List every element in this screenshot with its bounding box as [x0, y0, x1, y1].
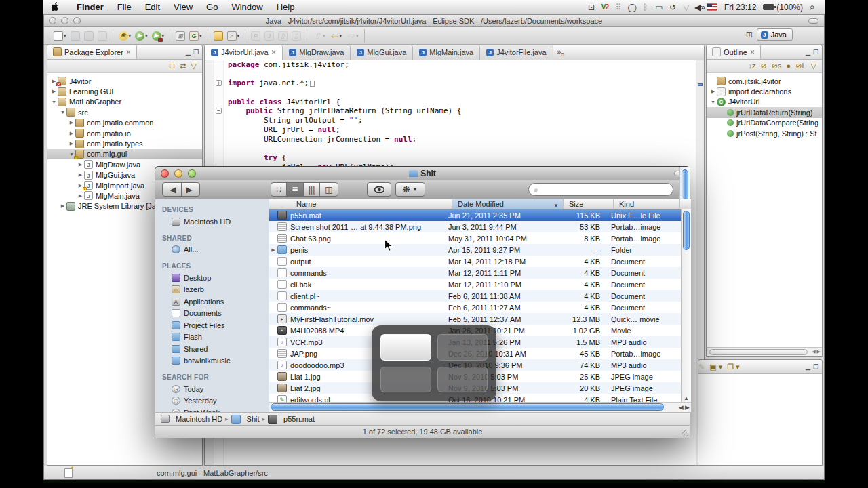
tab-mlgdraw-java[interactable]: JMlgDraw.java: [283, 45, 351, 60]
tree-item-matlabgrapher[interactable]: ▼MatLabGrapher: [47, 97, 202, 107]
close-icon[interactable]: ✕: [750, 49, 755, 56]
disclosure-triangle-icon[interactable]: ▶: [68, 120, 75, 125]
time-machine-icon[interactable]: ↺: [666, 3, 679, 12]
disclosure-triangle-icon[interactable]: ▶: [50, 89, 58, 94]
file-row-penis[interactable]: ▶penisApr 15, 2011 9:27 PM--Folder: [269, 244, 691, 256]
column-view-button[interactable]: |||: [304, 183, 320, 196]
hide-local-button[interactable]: ⊘L: [795, 62, 806, 70]
tree-item-j4vitorurl[interactable]: ▼CJ4vitorUrl: [707, 97, 822, 107]
menu-file[interactable]: File: [111, 2, 138, 12]
wifi-icon[interactable]: ▽: [679, 3, 693, 12]
file-row-myfirstflashtutorial-mov[interactable]: ▸MyFirstFlashTutorial.movFeb 5, 2011 12:…: [269, 313, 691, 325]
minimize-icon[interactable]: ▁: [186, 49, 191, 56]
dropdown-caret-icon[interactable]: ▾: [64, 33, 66, 39]
maximize-icon[interactable]: ❒: [813, 49, 818, 56]
tab-package-explorer[interactable]: Package Explorer ✕: [47, 45, 137, 59]
sidebar-item-today[interactable]: ◷Today: [155, 383, 269, 395]
dropdown-caret-icon[interactable]: ▾: [129, 33, 132, 39]
list-view-button[interactable]: ≣: [287, 183, 304, 196]
run-button[interactable]: ▶▾: [151, 30, 166, 41]
file-row-chat-63-png[interactable]: Chat 63.pngMay 31, 2011 10:04 PM8 KBPort…: [269, 232, 691, 244]
menu-help[interactable]: Help: [270, 2, 302, 12]
hscroll-arrows[interactable]: ◀ ▶: [679, 404, 690, 411]
sidebar-item-applications[interactable]: AApplications: [155, 296, 269, 308]
tree-item-com-jmatio-types[interactable]: ▶com.jmatio.types: [47, 138, 202, 148]
disclosure-triangle-icon[interactable]: ▶: [68, 141, 75, 146]
tree-item-jrurldatareturn-string[interactable]: jrUrlDataReturn(String): [707, 107, 822, 117]
menu-clock[interactable]: Fri 23:12: [720, 3, 760, 12]
list-scroll-thumb[interactable]: [683, 211, 690, 250]
back-button[interactable]: ◀: [165, 183, 181, 196]
tree-item-com-jmatio-common[interactable]: ▶com.jmatio.common: [47, 118, 202, 128]
external-tools-button[interactable]: ✱▾: [117, 30, 133, 41]
disclosure-triangle-icon[interactable]: ▶: [77, 193, 84, 199]
maximize-icon[interactable]: ❒: [193, 49, 199, 56]
eclipse-toolbar-toggle[interactable]: [808, 18, 818, 24]
tab-outline[interactable]: Outline ✕: [707, 45, 761, 59]
sidebar-item-past-week[interactable]: ◷Past Week: [155, 407, 269, 412]
sidebar-item-documents[interactable]: Documents: [155, 308, 269, 320]
link-editor-button[interactable]: ⇄: [180, 62, 186, 70]
list-vscrollbar[interactable]: ▲▼: [681, 209, 691, 412]
collapse-all-button[interactable]: ⊟: [169, 62, 175, 70]
sidebar-item-yesterday[interactable]: ◷Yesterday: [155, 395, 269, 407]
minimize-icon[interactable]: ▁: [806, 49, 810, 56]
apple-menu[interactable]: [52, 2, 60, 12]
tab-overflow-indicator[interactable]: »5: [553, 47, 569, 58]
open-type-button[interactable]: [212, 30, 224, 41]
disclosure-triangle-icon[interactable]: ▶: [269, 247, 277, 253]
disclosure-triangle-icon[interactable]: ▼: [59, 110, 66, 115]
view-menu-button[interactable]: ▽: [191, 62, 197, 70]
sidebar-item-desktop[interactable]: Desktop: [155, 272, 269, 284]
disclosure-triangle-icon[interactable]: ▼: [50, 100, 58, 104]
tree-item-import-declarations[interactable]: ▶import declarations: [707, 86, 822, 96]
file-row-output[interactable]: outputMar 14, 2011 12:18 PM4 KBDocument: [269, 256, 691, 267]
volume-icon[interactable]: ◀»: [693, 3, 707, 12]
outline-hscrollbar[interactable]: ◀▶: [707, 347, 822, 356]
new-view-button[interactable]: ❐ ▾: [727, 363, 739, 371]
public-only-button[interactable]: ●: [787, 62, 791, 70]
search-button[interactable]: ⌕▾: [226, 30, 241, 41]
fold-expand-icon[interactable]: +: [216, 80, 222, 86]
file-row-commands[interactable]: commandsMar 12, 2011 1:11 PM4 KBDocument: [269, 267, 691, 279]
close-icon[interactable]: ✕: [126, 49, 132, 56]
close-icon[interactable]: ✕: [271, 49, 277, 56]
file-row-commands[interactable]: commands~Feb 6, 2011 11:27 AM4 KBDocumen…: [269, 302, 691, 313]
column-header-name[interactable]: Name: [269, 199, 452, 209]
menu-finder[interactable]: Finder: [70, 2, 111, 12]
column-header-kind[interactable]: Kind: [614, 199, 680, 209]
disclosure-triangle-icon[interactable]: ▶: [59, 203, 66, 209]
hide-fields-button[interactable]: ⊘: [761, 62, 767, 70]
bluetooth-icon[interactable]: ᛒ: [639, 3, 652, 12]
icon-view-button[interactable]: ∷: [271, 183, 287, 196]
debug-button[interactable]: ▶▾: [134, 30, 149, 41]
resize-grip[interactable]: [682, 430, 688, 436]
file-row-screen-shot-2011-at-9-44-38-pm-png[interactable]: Screen shot 2011-… at 9.44.38 PM.pngJun …: [269, 221, 691, 232]
fold-collapse-icon[interactable]: −: [216, 108, 222, 114]
sidebar-item-flash[interactable]: Flash: [155, 331, 269, 344]
new-plugin-button[interactable]: ⊞: [174, 30, 186, 41]
sidebar-item-lazerb[interactable]: ⌂lazerb: [155, 284, 269, 296]
input-flag-icon[interactable]: [707, 3, 717, 11]
disclosure-triangle-icon[interactable]: ▶: [77, 162, 84, 167]
collapsed-region-icon[interactable]: [310, 81, 315, 87]
refresh-button[interactable]: G▾: [188, 30, 203, 41]
file-row-p55n-mat[interactable]: p55n.matJun 21, 2011 2:35 PM115 KBUnix E…: [269, 209, 691, 221]
tab-mlggui-java[interactable]: JMlgGui.java: [351, 45, 413, 60]
disclosure-triangle-icon[interactable]: ▶: [709, 89, 717, 94]
maximize-icon[interactable]: ❒: [813, 363, 818, 370]
column-header-date-modified[interactable]: Date Modified▼: [452, 199, 564, 209]
tree-item-com-mlg-gui[interactable]: ▼!com.mlg.gui: [47, 149, 202, 159]
dropdown-caret-icon[interactable]: ▾: [323, 33, 326, 39]
tree-item-com-jitsik-j4vitor[interactable]: com.jitsik.j4vitor: [707, 76, 822, 86]
sidebar-item-all[interactable]: All...: [155, 244, 269, 256]
path-item-p55n-mat[interactable]: p55n.mat: [268, 415, 315, 424]
dropdown-caret-icon[interactable]: ▾: [356, 33, 359, 39]
view-menu-button[interactable]: ▽: [811, 62, 816, 70]
tab-j4vitorurl-java[interactable]: JJ4vitorUrl.java✕: [205, 45, 283, 60]
tree-item-jrpost-string-string-st[interactable]: jrPost(String, String) : St: [707, 128, 822, 138]
back-button[interactable]: ⇦▾: [328, 30, 344, 41]
open-perspective-button[interactable]: ⊞: [746, 30, 753, 39]
tree-item-learning-gui[interactable]: ▶Learning GUI: [47, 86, 202, 96]
menu-window[interactable]: Window: [224, 2, 269, 12]
